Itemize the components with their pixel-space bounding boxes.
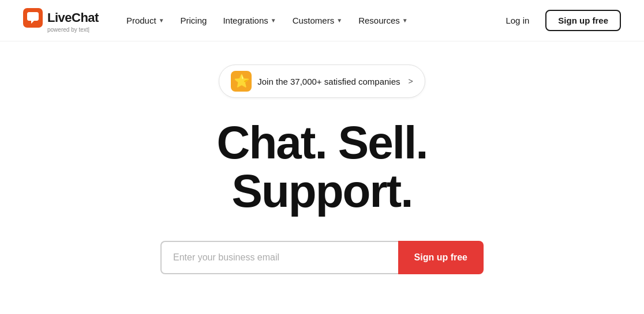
badge-chevron-icon: > bbox=[409, 77, 413, 86]
nav-customers[interactable]: Customers ▼ bbox=[286, 11, 349, 30]
cta-row: Sign up free bbox=[160, 241, 484, 274]
nav-actions: Log in Sign up free bbox=[499, 10, 621, 31]
product-chevron-icon: ▼ bbox=[159, 17, 164, 24]
email-input[interactable] bbox=[160, 241, 398, 274]
headline-line1: Chat. Sell. bbox=[217, 117, 428, 168]
nav-product[interactable]: Product ▼ bbox=[119, 11, 171, 30]
hero-section: ⭐ Join the 37,000+ satisfied companies >… bbox=[0, 41, 644, 303]
star-icon: ⭐ bbox=[231, 71, 252, 92]
powered-by-text: powered by text| bbox=[47, 27, 89, 33]
logo-icon bbox=[23, 8, 43, 28]
signup-main-button[interactable]: Sign up free bbox=[398, 241, 484, 274]
logo-text: LiveChat bbox=[47, 10, 99, 25]
resources-chevron-icon: ▼ bbox=[402, 17, 408, 24]
nav-pricing[interactable]: Pricing bbox=[174, 11, 214, 30]
nav-resources[interactable]: Resources ▼ bbox=[351, 11, 415, 30]
integrations-chevron-icon: ▼ bbox=[271, 17, 276, 24]
social-proof-badge[interactable]: ⭐ Join the 37,000+ satisfied companies > bbox=[219, 65, 425, 98]
nav-integrations[interactable]: Integrations ▼ bbox=[216, 11, 283, 30]
logo-link[interactable]: LiveChat powered by text| bbox=[23, 8, 99, 33]
hero-headline: Chat. Sell. Support. bbox=[217, 119, 428, 215]
navbar: LiveChat powered by text| Product ▼ Pric… bbox=[0, 0, 644, 41]
headline-line2: Support. bbox=[232, 165, 413, 217]
customers-chevron-icon: ▼ bbox=[336, 17, 342, 24]
badge-text: Join the 37,000+ satisfied companies bbox=[257, 77, 400, 86]
signup-nav-button[interactable]: Sign up free bbox=[545, 10, 621, 31]
nav-links: Product ▼ Pricing Integrations ▼ Custome… bbox=[119, 11, 499, 30]
login-button[interactable]: Log in bbox=[499, 11, 536, 30]
